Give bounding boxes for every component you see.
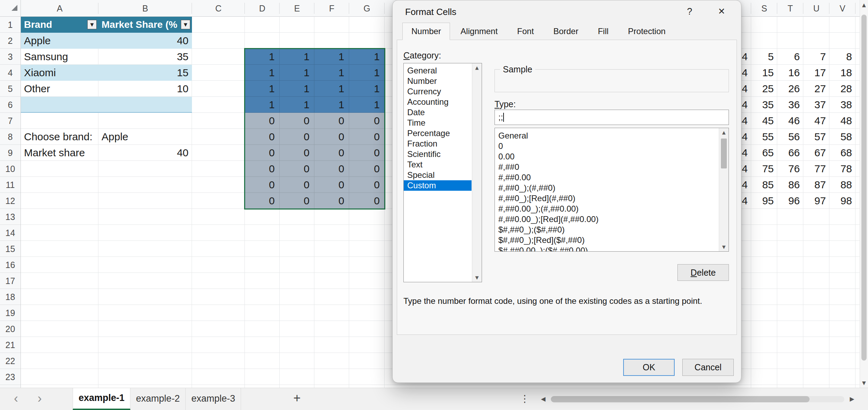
cell-D11[interactable]: 0 <box>245 177 280 193</box>
cell-U8[interactable]: 57 <box>803 129 829 145</box>
row-header-8[interactable]: 8 <box>0 129 21 145</box>
row-header-5[interactable]: 5 <box>0 81 21 97</box>
cell-D5[interactable]: 1 <box>245 81 280 97</box>
category-item-text[interactable]: Text <box>404 159 472 170</box>
column-header-B[interactable]: B <box>98 0 192 17</box>
cell-B5[interactable]: 10 <box>98 81 192 97</box>
format-code-item[interactable]: General <box>495 131 718 141</box>
cell-U5[interactable]: 27 <box>803 81 829 97</box>
column-header-A[interactable]: A <box>21 0 98 17</box>
row-header-22[interactable]: 22 <box>0 353 21 369</box>
dialog-tab-border[interactable]: Border <box>544 23 587 40</box>
cell-G6[interactable]: 1 <box>349 97 385 113</box>
cell-G3[interactable]: 1 <box>349 49 385 65</box>
cell-V9[interactable]: 68 <box>829 145 855 161</box>
cell-S11[interactable]: 85 <box>751 177 777 193</box>
sheet-tab-example-2[interactable]: example-2 <box>130 388 186 410</box>
dialog-tab-font[interactable]: Font <box>508 23 543 40</box>
dialog-tab-fill[interactable]: Fill <box>589 23 618 40</box>
cell-T6[interactable]: 36 <box>777 97 803 113</box>
format-code-item[interactable]: #,##0 <box>495 162 718 172</box>
format-code-item[interactable]: $#,##0_);[Red]($#,##0) <box>495 235 718 245</box>
cell-A8[interactable]: Choose brand: <box>21 129 98 145</box>
scroll-down-icon[interactable]: ▼ <box>719 244 729 250</box>
cell-V10[interactable]: 78 <box>829 161 855 177</box>
cell-G10[interactable]: 0 <box>349 161 385 177</box>
row-header-3[interactable]: 3 <box>0 49 21 65</box>
format-code-item[interactable]: $#,##0.00_);($#,##0.00) <box>495 245 718 252</box>
cell-A2[interactable]: Apple <box>21 33 98 49</box>
category-item-custom[interactable]: Custom <box>404 180 472 191</box>
cell-E6[interactable]: 1 <box>280 97 314 113</box>
cell-D4[interactable]: 1 <box>245 65 280 81</box>
cell-B8[interactable]: Apple <box>98 129 192 145</box>
cell-S6[interactable]: 35 <box>751 97 777 113</box>
row-header-2[interactable]: 2 <box>0 33 21 49</box>
cell-F11[interactable]: 0 <box>314 177 349 193</box>
format-code-item[interactable]: #,##0_);[Red](#,##0) <box>495 193 718 204</box>
cell-G8[interactable]: 0 <box>349 129 385 145</box>
cell-G4[interactable]: 1 <box>349 65 385 81</box>
row-header-23[interactable]: 23 <box>0 369 21 385</box>
cell-V12[interactable]: 98 <box>829 193 855 209</box>
cell-E12[interactable]: 0 <box>280 193 314 209</box>
cell-A4[interactable]: Xiaomi <box>21 65 98 81</box>
cell-F7[interactable]: 0 <box>314 113 349 129</box>
cell-U12[interactable]: 97 <box>803 193 829 209</box>
row-header-12[interactable]: 12 <box>0 193 21 209</box>
horizontal-scrollbar-thumb[interactable] <box>551 396 810 402</box>
cell-U7[interactable]: 47 <box>803 113 829 129</box>
cell-S9[interactable]: 65 <box>751 145 777 161</box>
row-header-4[interactable]: 4 <box>0 65 21 81</box>
row-header-19[interactable]: 19 <box>0 305 21 321</box>
row-header-13[interactable]: 13 <box>0 209 21 225</box>
format-list-scrollbar[interactable]: ▲ ▼ <box>719 128 729 251</box>
cell-B3[interactable]: 35 <box>98 49 192 65</box>
sheet-tab-example-1[interactable]: example-1 <box>73 388 130 410</box>
cell-E8[interactable]: 0 <box>280 129 314 145</box>
cell-T4[interactable]: 16 <box>777 65 803 81</box>
cell-F5[interactable]: 1 <box>314 81 349 97</box>
row-header-14[interactable]: 14 <box>0 225 21 241</box>
cell-A5[interactable]: Other <box>21 81 98 97</box>
cell-V6[interactable]: 38 <box>829 97 855 113</box>
category-item-general[interactable]: General <box>404 65 472 76</box>
delete-button[interactable]: Delete <box>677 264 729 281</box>
cell-V8[interactable]: 58 <box>829 129 855 145</box>
vertical-scrollbar-thumb[interactable] <box>861 15 867 361</box>
cell-F8[interactable]: 0 <box>314 129 349 145</box>
column-header-U[interactable]: U <box>803 0 829 17</box>
cell-U11[interactable]: 87 <box>803 177 829 193</box>
column-header-C[interactable]: C <box>192 0 245 17</box>
cell-G5[interactable]: 1 <box>349 81 385 97</box>
format-code-item[interactable]: #,##0.00 <box>495 172 718 183</box>
add-sheet-button[interactable]: + <box>289 388 305 410</box>
cell-F3[interactable]: 1 <box>314 49 349 65</box>
format-code-item[interactable]: 0.00 <box>495 151 718 162</box>
cell-S3[interactable]: 5 <box>751 49 777 65</box>
category-item-fraction[interactable]: Fraction <box>404 139 472 149</box>
horizontal-scrollbar[interactable] <box>551 396 844 402</box>
row-header-1[interactable]: 1 <box>0 17 21 33</box>
row-header-7[interactable]: 7 <box>0 113 21 129</box>
cell-G11[interactable]: 0 <box>349 177 385 193</box>
cell-T5[interactable]: 26 <box>777 81 803 97</box>
cell-E4[interactable]: 1 <box>280 65 314 81</box>
cell-A9[interactable]: Market share <box>21 145 98 161</box>
category-item-percentage[interactable]: Percentage <box>404 128 472 139</box>
cell-G12[interactable]: 0 <box>349 193 385 209</box>
format-code-item[interactable]: #,##0.00_);[Red](#,##0.00) <box>495 214 718 224</box>
cell-U10[interactable]: 77 <box>803 161 829 177</box>
scroll-down-icon[interactable]: ▼ <box>472 275 482 280</box>
column-header-D[interactable]: D <box>245 0 280 17</box>
cell-U4[interactable]: 17 <box>803 65 829 81</box>
cell-S8[interactable]: 55 <box>751 129 777 145</box>
scroll-up-icon[interactable]: ▲ <box>860 2 868 8</box>
cell-D8[interactable]: 0 <box>245 129 280 145</box>
column-header-V[interactable]: V <box>829 0 855 17</box>
row-header-15[interactable]: 15 <box>0 241 21 257</box>
cell-V5[interactable]: 28 <box>829 81 855 97</box>
cell-T8[interactable]: 56 <box>777 129 803 145</box>
cell-T12[interactable]: 96 <box>777 193 803 209</box>
cell-T7[interactable]: 46 <box>777 113 803 129</box>
